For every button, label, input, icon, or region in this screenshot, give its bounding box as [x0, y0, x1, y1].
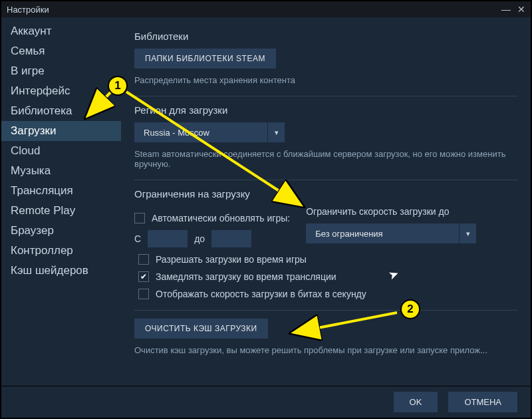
sidebar-item-label: Аккаунт: [11, 25, 52, 37]
annotation-badge-1: 1: [108, 76, 128, 96]
sidebar-item-remoteplay[interactable]: Remote Play: [1, 201, 121, 221]
time-to-label: до: [194, 233, 205, 244]
sidebar-item-music[interactable]: Музыка: [1, 161, 121, 181]
time-from-label: С: [134, 233, 141, 244]
sidebar-item-library[interactable]: Библиотека: [1, 101, 121, 121]
sidebar-item-ingame[interactable]: В игре: [1, 61, 121, 81]
window-title: Настройки: [7, 5, 49, 15]
allow-ingame-label: Разрешать загрузки во время игры: [156, 254, 307, 265]
clear-cache-helper: Очистив кэш загрузки, вы можете решить п…: [134, 345, 517, 355]
titlebar: Настройки — ✕: [1, 1, 531, 17]
sidebar-item-controller[interactable]: Контроллер: [1, 241, 121, 261]
library-folders-button[interactable]: ПАПКИ БИБЛИОТЕКИ STEAM: [134, 49, 276, 69]
limit-speed-value: Без ограничения: [306, 229, 459, 239]
limit-speed-label: Ограничить скорость загрузки до: [306, 206, 476, 217]
show-bits-checkbox[interactable]: [138, 289, 149, 299]
sidebar-item-broadcast[interactable]: Трансляция: [1, 181, 121, 201]
region-helper: Steam автоматически соединяется с ближай…: [134, 149, 517, 169]
chevron-down-icon: ▾: [459, 223, 476, 243]
limit-speed-select[interactable]: Без ограничения ▾: [306, 223, 476, 243]
sidebar-item-label: Библиотека: [11, 104, 72, 117]
dialog-footer: OK ОТМЕНА: [1, 386, 531, 418]
sidebar-item-label: Remote Play: [11, 204, 75, 217]
show-bits-label: Отображать скорость загрузки в битах в с…: [156, 289, 366, 299]
sidebar-item-label: Трансляция: [11, 184, 73, 197]
sidebar-item-label: Загрузки: [11, 124, 56, 137]
chevron-down-icon: ▾: [267, 122, 285, 142]
settings-content: Библиотеки ПАПКИ БИБЛИОТЕКИ STEAM Распре…: [121, 17, 531, 386]
section-libraries-title: Библиотеки: [134, 31, 517, 42]
time-from-input[interactable]: [148, 230, 188, 247]
window-controls: — ✕: [501, 4, 525, 15]
sidebar-item-shadercache[interactable]: Кэш шейдеров: [1, 261, 121, 281]
ok-button[interactable]: OK: [394, 392, 438, 412]
auto-update-label: Автоматически обновлять игры:: [152, 213, 290, 223]
annotation-badge-2: 2: [400, 299, 420, 319]
sidebar-item-label: Контроллер: [11, 244, 73, 257]
sidebar-item-label: Интерфейс: [11, 84, 70, 97]
time-to-input[interactable]: [211, 230, 251, 247]
sidebar-item-label: В игре: [11, 65, 45, 77]
sidebar-item-label: Кэш шейдеров: [11, 264, 88, 277]
divider: [134, 96, 517, 96]
download-region-value: Russia - Moscow: [134, 128, 267, 138]
auto-update-checkbox[interactable]: [134, 213, 145, 223]
minimize-icon[interactable]: —: [501, 4, 511, 15]
sidebar-item-cloud[interactable]: Cloud: [1, 141, 121, 161]
close-icon[interactable]: ✕: [517, 4, 525, 15]
clear-download-cache-button[interactable]: ОЧИСТИТЬ КЭШ ЗАГРУЗКИ: [134, 319, 268, 339]
sidebar-item-label: Семья: [11, 45, 45, 57]
section-limits-title: Ограничения на загрузку: [134, 188, 517, 200]
sidebar-item-label: Музыка: [11, 164, 51, 177]
sidebar-item-downloads[interactable]: Загрузки: [1, 121, 121, 141]
download-region-select[interactable]: Russia - Moscow ▾: [134, 122, 285, 142]
settings-sidebar: Аккаунт Семья В игре Интерфейс Библиотек…: [1, 17, 121, 386]
section-region-title: Регион для загрузки: [134, 104, 517, 116]
divider: [134, 310, 517, 311]
allow-ingame-checkbox[interactable]: [138, 254, 149, 265]
divider: [134, 180, 517, 180]
sidebar-item-label: Браузер: [11, 224, 54, 237]
sidebar-item-browser[interactable]: Браузер: [1, 221, 121, 241]
sidebar-item-label: Cloud: [11, 144, 40, 157]
cancel-button[interactable]: ОТМЕНА: [448, 392, 517, 412]
sidebar-item-account[interactable]: Аккаунт: [1, 21, 121, 41]
throttle-stream-label: Замедлять загрузку во время трансляции: [156, 271, 336, 282]
throttle-stream-checkbox[interactable]: [138, 271, 149, 282]
sidebar-item-family[interactable]: Семья: [1, 41, 121, 61]
library-helper: Распределить места хранения контента: [134, 75, 517, 85]
sidebar-item-interface[interactable]: Интерфейс: [1, 81, 121, 101]
